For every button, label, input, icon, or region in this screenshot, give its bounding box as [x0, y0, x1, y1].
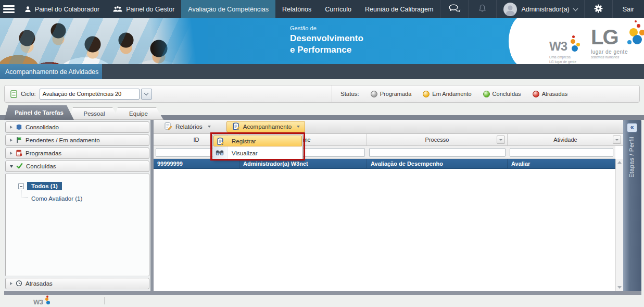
- section-pendentes-em-andamento[interactable]: Pendentes / Em andamento: [5, 134, 149, 146]
- section-atrasadas[interactable]: Atrasadas: [5, 278, 149, 289]
- atividade-filter-button[interactable]: [613, 136, 621, 144]
- w3-logo-dot-blue: [572, 45, 578, 52]
- scroll-up-icon[interactable]: [617, 161, 622, 164]
- section-label: Concluídas: [26, 163, 56, 169]
- dropdown-caret-icon: [208, 126, 211, 128]
- lg-logo-dot-red-small: [635, 20, 637, 22]
- gear-icon: [594, 4, 603, 15]
- column-label: Processo: [425, 137, 449, 143]
- column-label: ID: [194, 137, 199, 143]
- caret-right-icon: [10, 139, 12, 142]
- page-tab-strip: Acompanhamento de Atividades: [0, 64, 644, 79]
- etapas-perfil-label: Etapas / Perfil: [628, 137, 635, 178]
- chat-icon: [448, 4, 461, 14]
- logout-label: Sair: [623, 6, 634, 13]
- status-concluidas: Concluídas: [483, 91, 521, 97]
- sidebar: Consolidado Pendentes / Em andamento Pro…: [4, 120, 150, 291]
- scroll-down-icon[interactable]: [617, 286, 622, 289]
- user-icon: [24, 6, 31, 13]
- processo-filter-button[interactable]: [497, 136, 505, 144]
- nav-painel-do-colaborador[interactable]: Painel do Colaborador: [18, 0, 106, 18]
- section-programadas[interactable]: Programadas: [5, 148, 149, 159]
- w3-logo-dot-orange: [571, 39, 575, 44]
- section-label: Programadas: [26, 150, 61, 156]
- tree-panel: Todos (1) Como Avaliador (1): [5, 174, 149, 276]
- caret-right-icon: [10, 126, 12, 129]
- logout-button[interactable]: Sair: [612, 0, 644, 18]
- grid-scrollbar[interactable]: [615, 159, 623, 291]
- nav-label: Painel do Gestor: [126, 6, 174, 13]
- nav-reuniao-de-calibragem[interactable]: Reunião de Calibragem: [358, 0, 440, 18]
- tab-label: Equipe: [129, 110, 148, 117]
- tree-expander-icon[interactable]: [18, 183, 24, 189]
- tab-painel-de-tarefas[interactable]: Painel de Tarefas: [4, 105, 74, 120]
- user-menu[interactable]: Administrador(a): [496, 0, 584, 18]
- table-row[interactable]: 99999999 Administrador(a) W3net Avaliaçã…: [154, 159, 615, 169]
- status-dot-em-andamento: [423, 91, 430, 97]
- status-dot-atrasadas: [533, 91, 539, 97]
- lg-logo-caption1: lugar de gente: [591, 49, 643, 55]
- calendar-icon: [16, 150, 22, 157]
- nav-avaliacao-de-competencias[interactable]: Avaliação de Competências: [181, 0, 275, 18]
- clock-icon: [16, 280, 22, 288]
- caret-down-icon: [10, 165, 13, 168]
- footer-divider: [104, 297, 105, 304]
- nav-label: Painel do Colaborador: [35, 6, 99, 13]
- column-header-processo[interactable]: Processo: [367, 134, 508, 145]
- nav-curriculo[interactable]: Currículo: [318, 0, 358, 18]
- caret-right-icon: [10, 152, 12, 155]
- page-tab-label: Acompanhamento de Atividades: [5, 68, 98, 76]
- tree-node-todos[interactable]: Todos (1): [27, 182, 62, 190]
- status-item-label: Em Andamento: [432, 91, 471, 97]
- tab-pessoal[interactable]: Pessoal: [69, 107, 120, 120]
- nav-relatorios[interactable]: Relatórios: [275, 0, 318, 18]
- tree-node-como-avaliador[interactable]: Como Avaliador (1): [28, 194, 82, 202]
- nav-painel-do-gestor[interactable]: Painel do Gestor: [106, 0, 181, 18]
- lg-logo-dot-blue: [633, 35, 642, 44]
- cycle-select[interactable]: Avaliação de Competências 20: [40, 89, 140, 100]
- cycle-icon: [10, 90, 17, 98]
- status-dot-programada: [371, 91, 377, 97]
- menu-item-label: Registrar: [232, 138, 256, 144]
- cycle-select-trigger[interactable]: [141, 89, 152, 100]
- tab-equipe[interactable]: Equipe: [113, 107, 163, 120]
- chevron-down-icon: [573, 6, 578, 11]
- lg-logo-dot-orange: [639, 30, 644, 35]
- menu-item-visualizar[interactable]: Visualizar: [213, 147, 302, 159]
- status-item-label: Concluídas: [493, 91, 521, 97]
- collapse-icon[interactable]: «: [627, 123, 637, 132]
- lg-logo-dot-red: [637, 24, 640, 28]
- section-consolidado[interactable]: Consolidado: [5, 121, 149, 133]
- page-tab-acompanhamento-de-atividades[interactable]: Acompanhamento de Atividades: [0, 64, 102, 79]
- section-label: Pendentes / Em andamento: [26, 137, 100, 143]
- tab-bar: Painel de Tarefas Pessoal Equipe: [4, 103, 212, 120]
- check-icon: [16, 163, 23, 170]
- w3-footer-logo: W3: [33, 297, 43, 306]
- avatar: [503, 3, 517, 16]
- chat-button[interactable]: [440, 0, 468, 18]
- bell-icon: [478, 4, 486, 14]
- tree-row-como-avaliador: Como Avaliador (1): [21, 190, 149, 202]
- filter-input-processo[interactable]: [369, 148, 506, 157]
- status-legend: Status: Programada Em Andamento Concluíd…: [332, 85, 567, 102]
- hamburger-menu-icon[interactable]: [0, 0, 18, 18]
- cycle-select-value: Avaliação de Competências 20: [43, 91, 121, 97]
- section-concluidas[interactable]: Concluídas: [5, 161, 149, 172]
- relatorios-button[interactable]: Relatórios: [159, 121, 216, 132]
- lg-logo-caption2: sistemas humanos: [591, 55, 643, 59]
- w3-logo-caption1: Uma empresa: [549, 55, 596, 59]
- notifications-button[interactable]: [468, 0, 496, 18]
- menu-item-registrar[interactable]: Registrar: [213, 136, 302, 146]
- status-label: Status:: [340, 91, 359, 97]
- top-navbar: Painel do Colaborador Painel do Gestor A…: [0, 0, 644, 18]
- w3-logo-dot-red: [572, 35, 575, 38]
- filter-input-atividade[interactable]: [510, 148, 613, 157]
- etapas-perfil-panel[interactable]: « Etapas / Perfil: [623, 120, 641, 291]
- tab-label: Painel de Tarefas: [15, 109, 64, 116]
- settings-button[interactable]: [584, 0, 612, 18]
- lg-logo-text: LG: [591, 26, 618, 48]
- banner-pretitle: Gestão de: [290, 25, 363, 31]
- acompanhamento-button[interactable]: Acompanhamento: [226, 121, 305, 132]
- column-header-atividade[interactable]: Atividade: [508, 134, 623, 145]
- lg-logo-dot-blue-small: [627, 40, 632, 44]
